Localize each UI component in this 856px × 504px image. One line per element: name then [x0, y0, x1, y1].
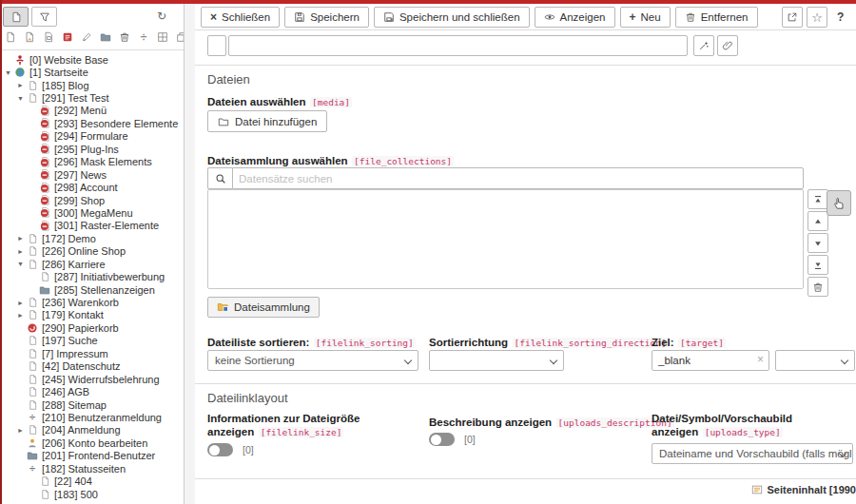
- filesize-toggle[interactable]: [207, 443, 233, 456]
- wizard-button[interactable]: [693, 35, 714, 56]
- expander-icon[interactable]: ►: [15, 427, 26, 434]
- tree-node[interactable]: ►[236] Warenkorb: [0, 296, 183, 308]
- tree-node[interactable]: [299] Shop: [0, 194, 183, 206]
- tree-node[interactable]: [7] Impressum: [0, 347, 183, 359]
- header-palette-checkbox[interactable]: [207, 35, 226, 56]
- tree-node[interactable]: [300] MegaMenu: [0, 206, 183, 219]
- tree-node[interactable]: ÷[210] Benutzeranmeldung: [0, 411, 183, 423]
- page-icon: [26, 347, 39, 359]
- selected-collections-listbox[interactable]: [207, 189, 804, 289]
- expander-icon[interactable]: ►: [15, 235, 26, 242]
- hovered-select-button[interactable]: [827, 190, 851, 216]
- tree-node[interactable]: ►[185] Blog: [0, 79, 183, 91]
- move-up-button[interactable]: [807, 211, 828, 231]
- close-button[interactable]: ×Schließen: [201, 7, 280, 28]
- folder-open-icon: [218, 116, 229, 127]
- expander-icon[interactable]: ▼: [15, 95, 26, 102]
- tree-node[interactable]: [294] Formulare: [0, 130, 183, 143]
- expander-icon[interactable]: ►: [15, 312, 26, 319]
- tree-node[interactable]: [287] Initiativbewerbung: [0, 270, 183, 282]
- tree-node[interactable]: [292] Menü: [0, 105, 183, 117]
- tree-node-label: [236] Warenkorb: [42, 297, 119, 308]
- tree-node[interactable]: [296] Mask Elements: [0, 156, 183, 168]
- tree-node[interactable]: [197] Suche: [0, 335, 183, 347]
- clear-target-icon[interactable]: ×: [757, 353, 764, 366]
- spacer-icon: ÷: [26, 462, 39, 475]
- tree-node[interactable]: [245] Widerrufsbelehrung: [0, 373, 183, 385]
- target-preset-select[interactable]: [775, 350, 855, 371]
- tree-node[interactable]: [295] Plug-Ins: [0, 143, 183, 155]
- link-button[interactable]: [717, 35, 738, 56]
- move-to-bottom-button[interactable]: [807, 255, 828, 275]
- tree-node[interactable]: ▼[286] Karriere: [0, 258, 183, 270]
- save-and-close-button[interactable]: Speichern und schließen: [374, 7, 530, 28]
- tree-node-label: [292] Menü: [54, 105, 107, 116]
- move-to-top-button[interactable]: [807, 189, 828, 209]
- tree-node[interactable]: [297] News: [0, 168, 183, 181]
- filter-button[interactable]: [31, 7, 57, 27]
- tree-node-label: [201] Frontend-Benutzer: [42, 450, 155, 461]
- tree-node[interactable]: [293] Besondere Elemente: [0, 117, 183, 129]
- add-file-button[interactable]: Datei hinzufügen: [207, 110, 327, 132]
- tree-node[interactable]: [285] Stellenanzeigen: [0, 283, 183, 296]
- tree-node[interactable]: ►[226] Online Shop: [0, 245, 183, 258]
- to-bottom-icon: [812, 260, 824, 271]
- tree-node[interactable]: [22] 404: [0, 475, 183, 487]
- tree-node[interactable]: [206] Konto bearbeiten: [0, 436, 183, 449]
- move-down-button[interactable]: [807, 233, 828, 253]
- document-toolbar-right: ☆ ?: [782, 7, 848, 28]
- header-input[interactable]: [228, 35, 688, 56]
- dateisammlung-button[interactable]: Dateisammlung: [207, 297, 320, 318]
- tree-node[interactable]: ►[179] Kontakt: [0, 309, 183, 321]
- expander-icon[interactable]: ►: [15, 82, 26, 88]
- dateisammlung-button-label: Dateisammlung: [234, 301, 310, 313]
- tree-node[interactable]: [0] Website Base: [0, 53, 183, 66]
- new-button[interactable]: +Neu: [620, 7, 671, 28]
- remove-button[interactable]: [807, 277, 828, 297]
- expander-icon[interactable]: ►: [15, 248, 26, 255]
- tree-node[interactable]: ÷[182] Statusseiten: [0, 462, 183, 475]
- expander-icon[interactable]: ►: [15, 300, 26, 306]
- close-icon: ×: [210, 11, 217, 23]
- tree-node-label: [226] Online Shop: [42, 245, 126, 257]
- tree-node[interactable]: ►[204] Anmeldung: [0, 424, 183, 436]
- save-icon: [294, 11, 305, 23]
- tree-node[interactable]: [298] Account: [0, 181, 183, 193]
- hidden-icon: [38, 143, 51, 155]
- expander-icon[interactable]: ▼: [15, 261, 26, 267]
- page-icon: [3, 29, 18, 45]
- new-page-button[interactable]: [3, 7, 29, 27]
- uploads-type-select[interactable]: Dateiname und Vorschaubild (falls möglic…: [652, 443, 853, 464]
- search-input[interactable]: [232, 167, 804, 189]
- direction-select[interactable]: [429, 350, 564, 371]
- tree-node[interactable]: [183] 500: [0, 488, 183, 500]
- page-icon: [38, 488, 51, 500]
- bookmark-button[interactable]: ☆: [807, 7, 827, 28]
- target-input[interactable]: [652, 350, 769, 371]
- tree-node[interactable]: [42] Datenschutz: [0, 360, 183, 373]
- tree-node[interactable]: [288] Sitemap: [0, 398, 183, 411]
- delete-button[interactable]: Entfernen: [675, 7, 758, 28]
- tree-node[interactable]: [201] Frontend-Benutzer: [0, 450, 183, 462]
- refresh-tree-button[interactable]: ↻: [150, 6, 173, 27]
- copy-icon: [174, 29, 185, 45]
- eye-icon: [544, 11, 555, 23]
- sorting-select[interactable]: keine Sortierung: [207, 350, 418, 371]
- expander-icon[interactable]: ▼: [3, 69, 13, 76]
- hidden-icon: [38, 168, 51, 181]
- tree-node-label: [42] Datenschutz: [42, 360, 121, 372]
- tree-node[interactable]: ►[172] Demo: [0, 232, 183, 244]
- description-toggle[interactable]: [429, 433, 455, 446]
- help-button[interactable]: ?: [831, 7, 848, 28]
- save-button[interactable]: Speichern: [284, 7, 369, 28]
- tree-node-label: [22] 404: [54, 475, 92, 487]
- tree-node[interactable]: ▼[291] Test Test: [0, 91, 183, 104]
- tree-node[interactable]: [246] AGB: [0, 385, 183, 397]
- tree-node[interactable]: [301] Raster-Elemente: [0, 220, 183, 232]
- tree-node[interactable]: [290] Papierkorb: [0, 321, 183, 334]
- view-button[interactable]: Anzeigen: [535, 7, 615, 28]
- description-toggle-value: [0]: [464, 434, 476, 445]
- open-in-window-button[interactable]: [782, 7, 803, 28]
- tree-node-label: [296] Mask Elements: [54, 156, 152, 167]
- tree-node[interactable]: ▼[1] Startseite: [0, 66, 183, 78]
